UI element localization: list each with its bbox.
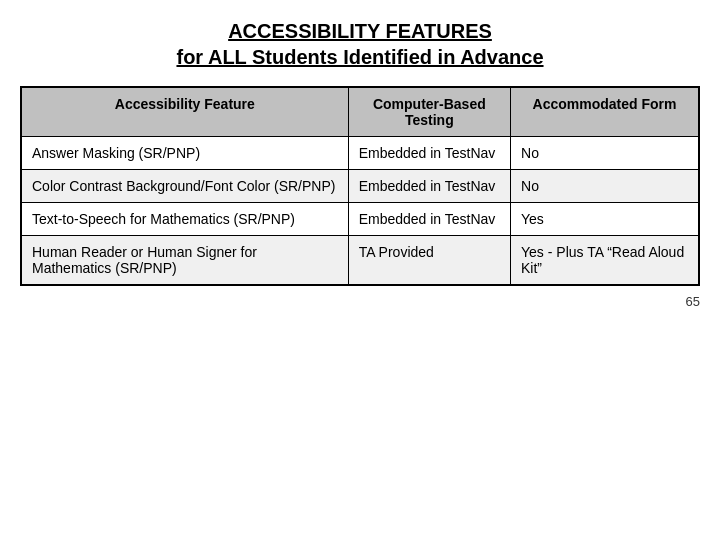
table-row: Answer Masking (SR/PNP)Embedded in TestN…: [21, 137, 699, 170]
table-row: Human Reader or Human Signer for Mathema…: [21, 236, 699, 286]
cell-accommodated: No: [511, 170, 699, 203]
cell-accommodated: Yes: [511, 203, 699, 236]
col-header-computer: Computer-Based Testing: [348, 87, 510, 137]
cell-feature: Color Contrast Background/Font Color (SR…: [21, 170, 348, 203]
cell-computer-based: Embedded in TestNav: [348, 137, 510, 170]
cell-feature: Answer Masking (SR/PNP): [21, 137, 348, 170]
accessibility-table: Accessibility Feature Computer-Based Tes…: [20, 86, 700, 286]
table-header-row: Accessibility Feature Computer-Based Tes…: [21, 87, 699, 137]
cell-computer-based: TA Provided: [348, 236, 510, 286]
cell-accommodated: No: [511, 137, 699, 170]
cell-feature: Text-to-Speech for Mathematics (SR/PNP): [21, 203, 348, 236]
cell-feature: Human Reader or Human Signer for Mathema…: [21, 236, 348, 286]
table-row: Text-to-Speech for Mathematics (SR/PNP)E…: [21, 203, 699, 236]
cell-computer-based: Embedded in TestNav: [348, 203, 510, 236]
title-line1: ACCESSIBILITY FEATURES: [228, 20, 492, 42]
table-row: Color Contrast Background/Font Color (SR…: [21, 170, 699, 203]
title-line2: for ALL Students Identified in Advance: [176, 46, 543, 68]
page-number: 65: [686, 294, 700, 309]
col-header-feature: Accessibility Feature: [21, 87, 348, 137]
cell-computer-based: Embedded in TestNav: [348, 170, 510, 203]
page-title: ACCESSIBILITY FEATURES for ALL Students …: [176, 18, 543, 70]
cell-accommodated: Yes - Plus TA “Read Aloud Kit”: [511, 236, 699, 286]
col-header-accommodated: Accommodated Form: [511, 87, 699, 137]
